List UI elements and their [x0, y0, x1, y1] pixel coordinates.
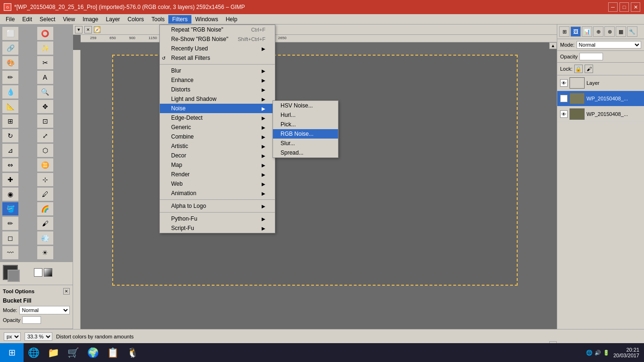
reset-all-filters[interactable]: ↺ Reset all Filters — [160, 53, 275, 63]
taskbar-onedrive[interactable]: 📋 — [103, 343, 123, 362]
tool-move[interactable]: ✥ — [37, 99, 54, 114]
lock-paint-btn[interactable]: 🖌 — [585, 65, 593, 73]
reset-colors[interactable] — [34, 268, 42, 277]
menu-edit[interactable]: Edit — [18, 15, 36, 24]
opacity-input[interactable]: 100.0 — [22, 316, 41, 324]
alpha-to-logo[interactable]: Alpha to Logo ▶ — [160, 201, 275, 211]
taskbar-gimp[interactable]: 🐧 — [123, 343, 142, 362]
tool-clone[interactable]: ♊ — [37, 158, 54, 172]
menu-layer[interactable]: Layer — [102, 15, 124, 24]
minimize-button[interactable]: ─ — [608, 2, 618, 12]
repeat-rgb-noise[interactable]: Repeat "RGB Noise" Ctrl+F — [160, 25, 275, 34]
tool-shear[interactable]: ⊿ — [2, 143, 19, 157]
menu-select[interactable]: Select — [36, 15, 59, 24]
edge-detect-menu[interactable]: Edge-Detect ▶ — [160, 113, 275, 123]
menu-filters[interactable]: Filters — [168, 15, 191, 24]
tool-ink[interactable]: 🖊 — [37, 187, 54, 201]
tool-scissors[interactable]: ✂ — [37, 56, 54, 70]
tool-ellipse-select[interactable]: ⭕ — [37, 26, 54, 41]
decor-menu[interactable]: Decor ▶ — [160, 151, 275, 160]
menu-windows[interactable]: Windows — [191, 15, 222, 24]
tool-eraser[interactable]: ◻ — [2, 231, 19, 245]
menu-file[interactable]: File — [2, 15, 18, 24]
eye-icon-0[interactable]: 👁 — [560, 79, 568, 87]
map-menu[interactable]: Map ▶ — [160, 160, 275, 170]
tool-pencil[interactable]: ✏ — [2, 216, 19, 230]
unit-select[interactable]: px — [4, 332, 21, 341]
taskbar-clock[interactable]: 20:21 20/03/2017 — [613, 347, 639, 358]
tool-color-select[interactable]: 🎨 — [2, 56, 19, 70]
tool-rect-select[interactable]: ⬜ — [2, 26, 19, 41]
panel-tool5[interactable]: ⊗ — [604, 26, 615, 37]
panel-tool4[interactable]: ⊕ — [593, 26, 603, 37]
light-shadow-menu[interactable]: Light and Shadow ▶ — [160, 94, 275, 104]
rgb-noise[interactable]: RGB Noise... — [273, 129, 338, 139]
close-button[interactable]: ✕ — [631, 2, 640, 12]
script-fu[interactable]: Script-Fu ▶ — [160, 223, 275, 233]
artistic-menu[interactable]: Artistic ▶ — [160, 141, 275, 151]
tool-color-picker[interactable]: 💧 — [2, 85, 19, 99]
menu-tools[interactable]: Tools — [148, 15, 168, 24]
hurl[interactable]: Hurl... — [273, 110, 338, 120]
animation-menu[interactable]: Animation ▶ — [160, 189, 275, 198]
blur-menu[interactable]: Blur ▶ — [160, 66, 275, 75]
foreground-color[interactable] — [3, 265, 18, 280]
tool-zoom[interactable]: 🔍 — [37, 85, 54, 99]
tool-align[interactable]: ⊞ — [2, 114, 19, 128]
tool-crop[interactable]: ⊡ — [37, 114, 54, 128]
scroll-up[interactable]: ▲ — [549, 42, 557, 49]
image-close-btn[interactable]: ✕ — [84, 26, 92, 33]
distorts-menu[interactable]: Distorts ▶ — [160, 85, 275, 94]
start-button[interactable]: ⊞ — [0, 343, 24, 362]
tool-fuzzy-select[interactable]: ✨ — [37, 41, 54, 55]
tool-scale[interactable]: ⤢ — [37, 129, 54, 143]
menu-help[interactable]: Help — [222, 15, 241, 24]
panel-tool3[interactable]: 📊 — [582, 26, 592, 37]
tool-free-select[interactable]: 🔗 — [2, 41, 19, 55]
layer-opacity-input[interactable]: 100.0 — [579, 53, 603, 60]
combine-menu[interactable]: Combine ▶ — [160, 132, 275, 141]
mode-select[interactable]: Normal — [19, 306, 70, 314]
tool-measure[interactable]: 📐 — [2, 99, 19, 114]
background-color[interactable] — [8, 270, 20, 282]
taskbar-chrome[interactable]: 🌍 — [83, 343, 103, 362]
render-menu[interactable]: Render ▶ — [160, 170, 275, 179]
slur[interactable]: Slur... — [273, 139, 338, 148]
panel-tool2[interactable]: 🖼 — [570, 26, 581, 37]
titlebar-buttons[interactable]: ─ □ ✕ — [608, 2, 640, 12]
panel-tool7[interactable]: 🔧 — [627, 26, 637, 37]
taskbar-explorer[interactable]: 📁 — [43, 343, 63, 362]
menu-colors[interactable]: Colors — [124, 15, 148, 24]
tool-bucket-fill[interactable]: 🪣 — [2, 202, 19, 216]
tool-smudge[interactable]: 〰 — [2, 246, 19, 260]
tool-blur[interactable]: ◉ — [2, 187, 19, 201]
tool-heal[interactable]: ✚ — [2, 173, 19, 187]
taskbar-store[interactable]: 🛒 — [63, 343, 83, 362]
menu-view[interactable]: View — [59, 15, 79, 24]
layer-item-2[interactable]: 👁 WP_20150408_... — [557, 107, 644, 122]
python-fu[interactable]: Python-Fu ▶ — [160, 214, 275, 223]
tool-rotate[interactable]: ↻ — [2, 129, 19, 143]
tool-paintbrush[interactable]: 🖌 — [37, 216, 54, 230]
lock-alpha-btn[interactable]: 🔒 — [574, 65, 583, 73]
tool-flip[interactable]: ⇔ — [2, 158, 19, 172]
tool-options-close[interactable]: ✕ — [63, 288, 70, 295]
layer-mode-select[interactable]: Normal — [577, 41, 641, 49]
eye-icon-1[interactable]: 👁 — [560, 95, 568, 102]
tool-blend[interactable]: 🌈 — [37, 202, 54, 216]
tool-perspective[interactable]: ⬡ — [37, 143, 54, 157]
generic-menu[interactable]: Generic ▶ — [160, 123, 275, 132]
tool-dodge-burn[interactable]: ☀ — [37, 246, 54, 260]
recently-used[interactable]: Recently Used ▶ — [160, 44, 275, 53]
enhance-menu[interactable]: Enhance ▶ — [160, 75, 275, 85]
tool-airbrush[interactable]: 💨 — [37, 231, 54, 245]
menu-image[interactable]: Image — [79, 15, 102, 24]
web-menu[interactable]: Web ▶ — [160, 179, 275, 189]
spread[interactable]: Spread... — [273, 148, 338, 157]
taskbar-ie[interactable]: 🌐 — [24, 343, 43, 362]
layer-item-0[interactable]: 👁 Layer — [557, 75, 644, 91]
panel-tool6[interactable]: ▦ — [616, 26, 626, 37]
tool-paths[interactable]: ✏ — [2, 70, 19, 84]
tool-text[interactable]: A — [37, 70, 54, 84]
pick[interactable]: Pick... — [273, 120, 338, 129]
